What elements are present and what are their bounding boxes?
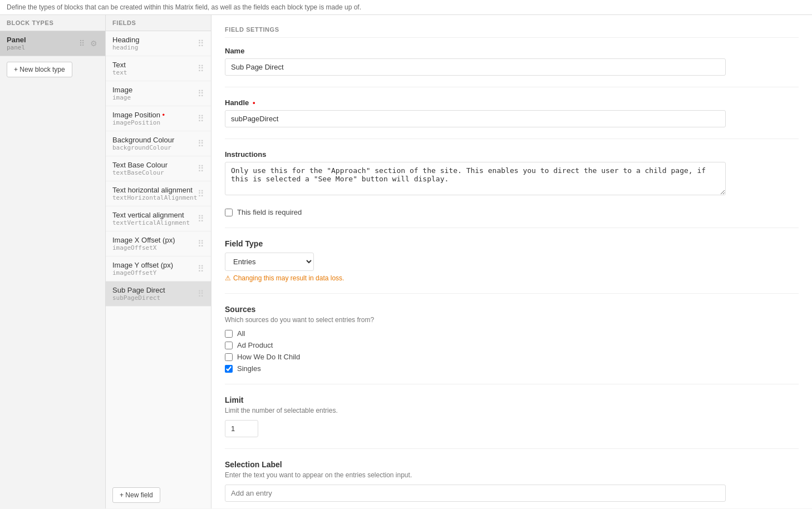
sources-section: Sources Which sources do you want to sel… [225,305,799,373]
drag-handle-icon[interactable]: ⠿ [198,139,204,149]
fields-column: Fields Heading heading ⠿ Text text ⠿ Ima… [106,15,211,508]
block-type-move-icon[interactable]: ⠿ [78,38,86,49]
top-bar: Define the types of blocks that can be c… [0,0,812,15]
field-item[interactable]: Image Position • imagePosition ⠿ [106,106,211,131]
warning-icon: ⚠ [225,274,231,282]
handle-label: Handle • [225,98,799,107]
source-ad-product-checkbox[interactable] [225,342,233,349]
sources-checkbox-group: All Ad Product How We Do It Child Single… [225,329,799,373]
field-name: Text vertical alignment [112,211,198,219]
required-row: This field is required [225,208,799,216]
field-item[interactable]: Heading heading ⠿ [106,31,211,56]
field-item[interactable]: Sub Page Direct subPageDirect ⠿ [106,281,211,307]
field-handle: subPageDirect [112,294,198,302]
block-type-item[interactable]: Panel panel ⠿ ⚙ [0,31,105,56]
selection-label-input[interactable] [225,485,726,502]
source-all[interactable]: All [225,329,799,338]
source-singles[interactable]: Singles [225,364,799,373]
new-field-button[interactable]: + New field [112,487,160,503]
drag-handle-icon[interactable]: ⠿ [198,113,204,124]
field-name: Sub Page Direct [112,286,198,294]
drag-handle-icon[interactable]: ⠿ [198,38,204,49]
field-name: Image X Offset (px) [112,236,198,244]
field-handle: imageOffsetX [112,244,198,251]
field-item[interactable]: Image X Offset (px) imageOffsetX ⠿ [106,231,211,256]
instructions-label: Instructions [225,150,799,159]
divider [225,293,799,294]
instructions-section: Instructions Only use this for the "Appr… [225,150,799,197]
selection-label-title: Selection Label [225,460,799,469]
field-settings-header: Field Settings [225,26,799,38]
drag-handle-icon[interactable]: ⠿ [198,63,204,74]
drag-handle-icon[interactable]: ⠿ [198,239,204,249]
name-input[interactable] [225,58,726,76]
field-item[interactable]: Image image ⠿ [106,81,211,106]
block-type-name: Panel [7,36,78,44]
block-type-settings-icon[interactable]: ⚙ [89,38,99,49]
field-name: Image Y offset (px) [112,261,198,269]
source-how-we-do-it-checkbox[interactable] [225,353,233,361]
field-item[interactable]: Background Colour backgroundColour ⠿ [106,131,211,156]
limit-section: Limit Limit the number of selectable ent… [225,396,799,437]
field-item[interactable]: Text horizontal alignment textHorizontal… [106,181,211,206]
divider [225,228,799,228]
selection-label-section: Selection Label Enter the text you want … [225,460,799,502]
divider [225,139,799,139]
field-item[interactable]: Text Base Colour textBaseColour ⠿ [106,156,211,181]
drag-handle-icon[interactable]: ⠿ [198,164,204,174]
new-block-type-button[interactable]: + New block type [7,62,72,77]
warning-text: ⚠ Changing this may result in data loss. [225,274,799,282]
field-handle: textBaseColour [112,169,198,176]
block-type-handle: panel [7,44,78,51]
field-name: Text Base Colour [112,161,198,169]
field-name: Heading [112,36,198,44]
source-singles-checkbox[interactable] [225,365,233,373]
handle-section: Handle • [225,98,799,127]
field-handle: textHorizontalAlignment [112,194,198,201]
field-name: Background Colour [112,136,198,144]
divider [225,87,799,87]
field-handle: imageOffsetY [112,269,198,276]
drag-handle-icon[interactable]: ⠿ [198,214,204,224]
field-item[interactable]: Text text ⠿ [106,56,211,81]
field-handle: imagePosition [112,119,198,126]
name-label: Name [225,47,799,55]
field-item[interactable]: Image Y offset (px) imageOffsetY ⠿ [106,256,211,281]
field-settings-column: Field Settings Name Handle • Instruction… [211,15,812,508]
field-item[interactable]: Text vertical alignment textVerticalAlig… [106,206,211,231]
limit-title: Limit [225,396,799,404]
block-types-header: Block Types [0,15,105,31]
drag-handle-icon[interactable]: ⠿ [198,88,204,99]
field-name: Image Position • [112,111,198,119]
field-handle: textVerticalAlignment [112,219,198,226]
required-checkbox[interactable] [225,209,233,216]
divider [225,384,799,384]
block-types-column: Block Types Panel panel ⠿ ⚙ + New block … [0,15,106,508]
sources-subtitle: Which sources do you want to select entr… [225,316,799,324]
source-how-we-do-it[interactable]: How We Do It Child [225,353,799,361]
fields-header: Fields [106,15,211,31]
divider [225,448,799,449]
limit-input[interactable] [225,420,258,437]
field-name: Text horizontal alignment [112,186,198,194]
field-name: Image [112,86,198,94]
limit-subtitle: Limit the number of selectable entries. [225,407,799,414]
field-handle: image [112,94,198,101]
required-label: This field is required [237,208,302,216]
drag-handle-icon[interactable]: ⠿ [198,289,204,299]
field-type-select[interactable]: Entries Categories Tags Assets Users Pla… [225,253,314,271]
field-handle: heading [112,44,198,51]
fields-list: Heading heading ⠿ Text text ⠿ Image imag… [106,31,211,482]
field-handle: backgroundColour [112,144,198,151]
source-all-checkbox[interactable] [225,330,233,338]
instructions-input[interactable]: Only use this for the "Approach" section… [225,162,726,195]
selection-label-subtitle: Enter the text you want to appear on the… [225,471,799,479]
drag-handle-icon[interactable]: ⠿ [198,264,204,274]
drag-handle-icon[interactable]: ⠿ [198,189,204,199]
top-bar-description: Define the types of blocks that can be c… [7,3,361,11]
field-name: Text [112,61,198,69]
name-section: Name [225,47,799,76]
handle-input[interactable] [225,110,726,127]
source-ad-product[interactable]: Ad Product [225,341,799,349]
field-type-title: Field Type [225,239,799,248]
